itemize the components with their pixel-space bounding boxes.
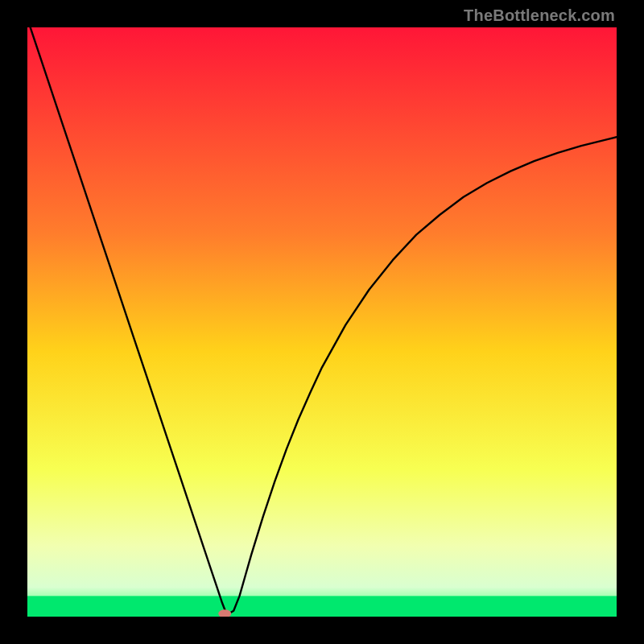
plot-area [27,27,617,617]
watermark-text: TheBottleneck.com [464,6,615,25]
gradient-background [27,27,617,617]
green-band [27,596,617,617]
chart-svg [27,27,617,617]
chart-frame: { "watermark": "TheBottleneck.com", "cha… [0,0,644,644]
